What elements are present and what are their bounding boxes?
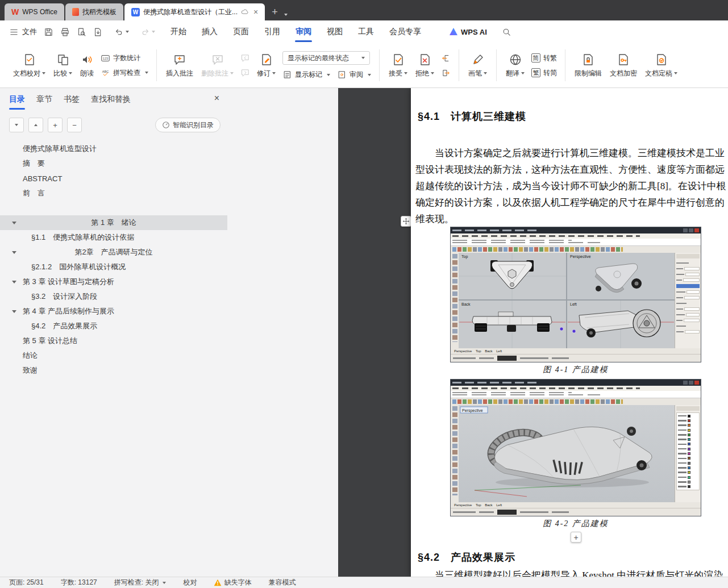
- tab-reference[interactable]: 引用: [264, 20, 280, 43]
- search-icon[interactable]: [502, 27, 511, 37]
- toc-item[interactable]: ABSTRACT: [0, 171, 227, 186]
- accept-button[interactable]: 接受: [385, 47, 411, 84]
- toc-item[interactable]: 第 5 章 设计总结: [0, 333, 227, 348]
- previous-comment-icon[interactable]: [240, 53, 250, 63]
- document-page[interactable]: §4.1 计算机三维建模 当设计方案确定之后就要进行计算机三维建模。三维建模技术…: [411, 88, 728, 577]
- tab-docer-templates[interactable]: 找稻壳模板: [65, 3, 123, 20]
- pen-icon: [471, 53, 485, 66]
- toc-item[interactable]: 摘 要: [0, 156, 227, 171]
- pen-button[interactable]: 画笔: [464, 47, 491, 84]
- redo-chevron-icon[interactable]: [152, 31, 155, 33]
- compat-mode-indicator[interactable]: 兼容模式: [268, 578, 296, 587]
- spellcheck-toggle[interactable]: 拼写检查: 关闭: [114, 578, 167, 587]
- move-object-handle[interactable]: [401, 216, 411, 227]
- collapse-arrow-icon[interactable]: [12, 281, 16, 283]
- toc-item-selected[interactable]: 第 1 章 绪论: [0, 215, 227, 230]
- tab-review[interactable]: 审阅: [296, 20, 311, 43]
- markup-state-combobox[interactable]: 显示标记的最终状态: [282, 51, 370, 65]
- review-mode-button[interactable]: 审阅: [337, 70, 371, 80]
- sidebar-tab-chapters[interactable]: 章节: [36, 94, 52, 105]
- menu-bar: 文件 开始 插入 页面 引用 审阅 视图 工具 会员专享 WPS AI: [0, 20, 728, 43]
- zoom-out-button[interactable]: −: [67, 118, 82, 132]
- tab-tools[interactable]: 工具: [358, 20, 374, 43]
- wps-ai-button[interactable]: WPS AI: [449, 27, 487, 36]
- toc-item[interactable]: 前 言: [0, 186, 227, 201]
- new-tab-button[interactable]: +: [272, 7, 278, 17]
- collapse-arrow-icon[interactable]: [12, 251, 16, 254]
- zoom-in-button[interactable]: +: [48, 118, 63, 132]
- sidebar-tab-find-replace[interactable]: 查找和替换: [91, 94, 131, 105]
- expand-all-button[interactable]: [9, 118, 24, 132]
- previous-change-icon[interactable]: [441, 53, 451, 63]
- insert-comment-button[interactable]: 插入批注: [162, 47, 197, 84]
- save-icon[interactable]: [44, 27, 53, 37]
- close-tab-icon[interactable]: ×: [253, 7, 258, 16]
- print-icon[interactable]: [60, 27, 70, 37]
- insert-paragraph-button[interactable]: +: [571, 532, 581, 543]
- toc-item[interactable]: 第 4 章 产品后续制作与展示: [0, 304, 227, 319]
- doc-proofread-button[interactable]: 文档校对: [9, 47, 49, 84]
- read-aloud-button[interactable]: 朗读: [76, 47, 98, 84]
- toc-item[interactable]: 结论: [0, 348, 227, 363]
- encrypt-button[interactable]: 文档加密: [606, 47, 641, 84]
- tab-current-document[interactable]: 便携式除草机造型设计（工业... ×: [124, 3, 265, 20]
- redo-button[interactable]: [140, 27, 155, 37]
- close-sidebar-icon[interactable]: ×: [214, 93, 219, 103]
- missing-font-warning[interactable]: 缺失字体: [214, 578, 251, 587]
- toc-item[interactable]: 便携式除草机造型设计: [0, 141, 227, 156]
- toc-item[interactable]: §2.1.2 国外除草机设计概况: [0, 260, 227, 274]
- restrict-editing-button[interactable]: 限制编辑: [571, 47, 606, 84]
- toc-item[interactable]: §3.2 设计深入阶段: [0, 289, 227, 304]
- tab-page[interactable]: 页面: [233, 20, 249, 43]
- undo-chevron-icon[interactable]: [126, 31, 129, 33]
- sidebar-tab-toc[interactable]: 目录: [9, 94, 25, 105]
- rhino-title-bar: [451, 380, 701, 386]
- undo-button[interactable]: [114, 27, 129, 37]
- delete-comment-button[interactable]: 删除批注: [197, 47, 238, 84]
- tab-wps-office[interactable]: WPS Office: [5, 3, 64, 20]
- word-count-indicator[interactable]: 字数: 13127: [61, 578, 97, 587]
- toc-item[interactable]: 第2章 产品调研与定位: [0, 245, 227, 260]
- smart-toc-button[interactable]: 智能识别目录: [155, 118, 221, 132]
- reject-button[interactable]: 拒绝: [411, 47, 438, 84]
- collapse-all-button[interactable]: [28, 118, 43, 132]
- tab-home[interactable]: 开始: [170, 20, 186, 43]
- ribbon-separator: [379, 49, 380, 81]
- compare-button[interactable]: 比较: [49, 47, 76, 84]
- to-traditional-button[interactable]: 简 转繁: [531, 53, 557, 63]
- export-icon[interactable]: [93, 27, 103, 37]
- spell-check-button[interactable]: ABC 拼写检查: [101, 68, 148, 78]
- proofread-button[interactable]: 校对: [183, 578, 197, 587]
- collapse-arrow-icon[interactable]: [12, 310, 16, 313]
- file-menu[interactable]: 文件: [9, 27, 37, 37]
- toc-item[interactable]: 第 3 章 设计草图与定稿分析: [0, 274, 227, 289]
- finalize-button[interactable]: 文档定稿: [641, 47, 681, 84]
- next-comment-icon[interactable]: [240, 68, 250, 78]
- translate-button[interactable]: 翻译: [502, 47, 529, 84]
- show-markup-button[interactable]: 显示标记: [282, 70, 330, 80]
- compare-icon: [56, 53, 70, 66]
- cloud-sync-icon[interactable]: [241, 8, 249, 16]
- translate-icon: [509, 53, 522, 66]
- tab-list-chevron-icon[interactable]: [284, 14, 288, 16]
- tab-member[interactable]: 会员专享: [389, 20, 421, 43]
- collapse-arrow-icon[interactable]: [12, 222, 16, 224]
- toc-item[interactable]: 致谢: [0, 363, 227, 378]
- tab-view[interactable]: 视图: [327, 20, 343, 43]
- toc-item[interactable]: §1.1 便携式除草机的设计依据: [0, 230, 227, 245]
- toc-item[interactable]: §4.2 产品效果展示: [0, 319, 227, 333]
- chevron-down-icon: [327, 74, 330, 76]
- to-simplified-button[interactable]: 繁 转简: [531, 68, 557, 78]
- next-change-icon[interactable]: [441, 68, 451, 78]
- rhino-menu-bar: [451, 386, 701, 391]
- tab-insert[interactable]: 插入: [202, 20, 218, 43]
- word-count-button[interactable]: 123 字数统计: [101, 53, 148, 63]
- rhino-toolbar: [451, 398, 701, 405]
- print-preview-icon[interactable]: [77, 27, 86, 37]
- chevron-down-icon: [230, 72, 234, 74]
- sidebar-tab-bookmarks[interactable]: 书签: [64, 94, 80, 105]
- insert-comment-icon: [173, 53, 186, 66]
- track-changes-button[interactable]: 修订: [253, 47, 280, 84]
- menu-tabs: 开始 插入 页面 引用 审阅 视图 工具 会员专享: [170, 20, 421, 43]
- page-indicator[interactable]: 页面: 25/31: [9, 578, 44, 587]
